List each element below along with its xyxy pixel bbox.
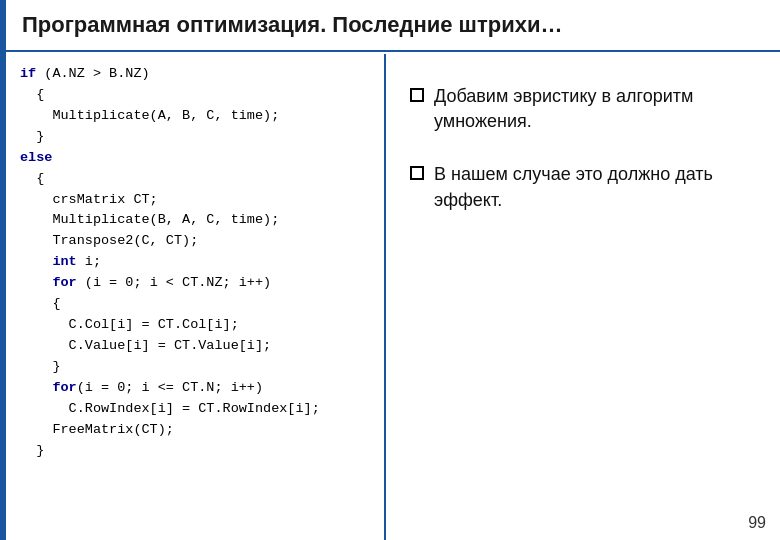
page-number: 99: [748, 514, 766, 532]
code-line-15: }: [20, 357, 370, 378]
bullet-text-2: В нашем случае это должно дать эффект.: [434, 162, 756, 212]
bullet-checkbox-1: [410, 88, 424, 102]
code-line-9: Transpose2(C, CT);: [20, 231, 370, 252]
code-line-5: else: [20, 148, 370, 169]
code-line-13: C.Col[i] = CT.Col[i];: [20, 315, 370, 336]
keyword-for2: for: [52, 380, 76, 395]
code-line-6: {: [20, 169, 370, 190]
bullet-checkbox-2: [410, 166, 424, 180]
bullet-text-1: Добавим эвристику в алгоритм умножения.: [434, 84, 756, 134]
code-line-8: Multiplicate(B, A, C, time);: [20, 210, 370, 231]
code-line-1: if (A.NZ > B.NZ): [20, 64, 370, 85]
bullet-item-1: Добавим эвристику в алгоритм умножения.: [410, 84, 756, 134]
code-line-4: }: [20, 127, 370, 148]
text-panel: Добавим эвристику в алгоритм умножения. …: [386, 54, 780, 540]
code-line-14: C.Value[i] = CT.Value[i];: [20, 336, 370, 357]
keyword-for1: for: [52, 275, 76, 290]
code-line-2: {: [20, 85, 370, 106]
code-line-17: C.RowIndex[i] = CT.RowIndex[i];: [20, 399, 370, 420]
code-line-16: for(i = 0; i <= CT.N; i++): [20, 378, 370, 399]
code-line-18: FreeMatrix(CT);: [20, 420, 370, 441]
code-line-7: crsMatrix CT;: [20, 190, 370, 211]
content-area: if (A.NZ > B.NZ) { Multiplicate(A, B, C,…: [6, 54, 780, 540]
code-line-3: Multiplicate(A, B, C, time);: [20, 106, 370, 127]
code-line-10: int i;: [20, 252, 370, 273]
code-line-19: }: [20, 441, 370, 462]
code-panel: if (A.NZ > B.NZ) { Multiplicate(A, B, C,…: [6, 54, 386, 540]
title-bar: Программная оптимизация. Последние штрих…: [6, 0, 780, 52]
code-line-11: for (i = 0; i < CT.NZ; i++): [20, 273, 370, 294]
keyword-else: else: [20, 150, 52, 165]
page-title: Программная оптимизация. Последние штрих…: [22, 12, 562, 38]
keyword-int: int: [52, 254, 76, 269]
keyword-if: if: [20, 66, 36, 81]
bullet-item-2: В нашем случае это должно дать эффект.: [410, 162, 756, 212]
code-line-12: {: [20, 294, 370, 315]
